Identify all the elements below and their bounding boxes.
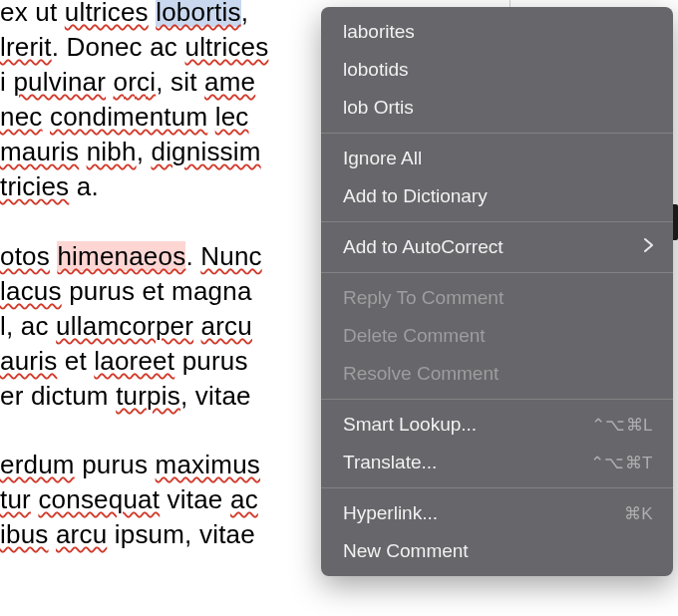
menu-smart-lookup[interactable]: Smart Lookup... ⌃⌥⌘L: [321, 406, 673, 444]
context-menu: laborites lobotids lob Ortis Ignore All …: [321, 7, 673, 576]
menu-suggestion-3[interactable]: lob Ortis: [321, 89, 673, 127]
menu-separator: [321, 487, 673, 488]
menu-new-comment[interactable]: New Comment: [321, 532, 673, 570]
menu-resolve-comment: Resolve Comment: [321, 355, 673, 393]
menu-ignore-all[interactable]: Ignore All: [321, 140, 673, 177]
menu-translate[interactable]: Translate... ⌃⌥⌘T: [321, 444, 673, 481]
shortcut-label: ⌃⌥⌘T: [590, 453, 653, 473]
shortcut-label: ⌃⌥⌘L: [591, 415, 653, 436]
menu-separator: [321, 221, 673, 222]
menu-suggestion-2[interactable]: lobotids: [321, 51, 673, 89]
menu-separator: [321, 399, 673, 400]
menu-separator: [321, 272, 673, 273]
selected-word[interactable]: lobortis: [156, 0, 240, 27]
highlighted-word[interactable]: himenaeos: [57, 241, 185, 271]
menu-hyperlink[interactable]: Hyperlink... ⌘K: [321, 494, 673, 532]
menu-suggestion-1[interactable]: laborites: [321, 13, 673, 51]
menu-separator: [321, 133, 673, 134]
shortcut-label: ⌘K: [624, 503, 653, 524]
menu-delete-comment: Delete Comment: [321, 317, 673, 355]
menu-add-to-dictionary[interactable]: Add to Dictionary: [321, 177, 673, 215]
menu-add-to-autocorrect[interactable]: Add to AutoCorrect: [321, 228, 673, 266]
chevron-right-icon: [644, 238, 653, 256]
menu-reply-to-comment: Reply To Comment: [321, 279, 673, 317]
